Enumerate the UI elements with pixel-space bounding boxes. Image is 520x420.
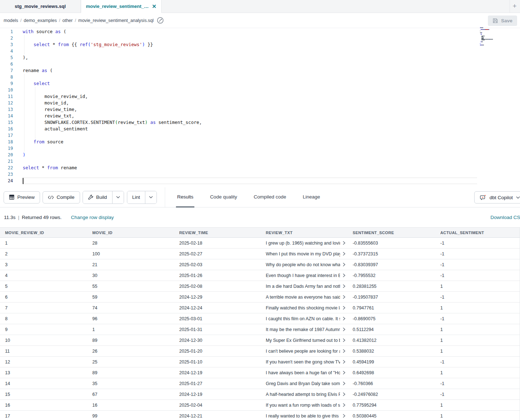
review-text-cell: It may be the remake of 1987 Autumn'… [266, 327, 345, 332]
file-tab[interactable]: stg_movie_reviews.sql [0, 0, 81, 13]
expand-cell-button[interactable] [343, 381, 345, 385]
wrench-icon [88, 195, 93, 200]
results-pane-tab[interactable]: Lineage [302, 187, 321, 207]
expand-cell-button[interactable] [343, 273, 345, 277]
code-line[interactable]: 19 [0, 145, 520, 152]
sql-editor[interactable]: 1with source as (23 select * from {{ ref… [0, 28, 520, 187]
breadcrumb-segment[interactable]: models [4, 18, 18, 23]
code-line[interactable]: 8 [0, 74, 520, 80]
code-line[interactable]: 5), [0, 54, 520, 61]
build-dropdown-button[interactable] [112, 191, 124, 204]
code-line[interactable]: 16 actual_sentiment [0, 126, 520, 132]
table-cell: -1 [435, 313, 520, 324]
code-token: from [47, 165, 58, 170]
code-line[interactable]: 17 [0, 132, 520, 139]
lint-dropdown-button[interactable] [145, 191, 157, 204]
results-pane-tab[interactable]: Code quality [209, 187, 238, 207]
review-text-cell: A terrible movie as everyone has said. … [266, 295, 345, 300]
column-header[interactable]: ACTUAL_SENTIMENT [435, 227, 520, 238]
table-cell: -0.7955532 [348, 270, 435, 281]
review-text-cell: Greg Davis and Bryan Daly take some … [266, 381, 345, 386]
expand-cell-button[interactable] [343, 360, 345, 364]
preview-button[interactable]: Preview [4, 191, 40, 204]
code-line[interactable]: 7rename as ( [0, 67, 520, 74]
column-header[interactable]: REVIEW_TIME [174, 227, 261, 238]
code-line[interactable]: 22select * from rename [0, 165, 520, 171]
expand-cell-button[interactable] [343, 414, 345, 418]
code-line[interactable]: 23 [0, 171, 520, 178]
expand-cell-button[interactable] [343, 241, 345, 245]
line-number: 11 [0, 93, 13, 100]
breadcrumb-segment[interactable]: demo_examples [24, 18, 57, 23]
review-text-cell: I can't believe people are looking for a… [266, 349, 345, 354]
table-cell: 30 [87, 270, 174, 281]
expand-cell-button[interactable] [343, 392, 345, 396]
expand-cell-button[interactable] [343, 284, 345, 288]
table-cell: -1 [435, 389, 520, 400]
table-cell: 5 [0, 281, 87, 292]
code-line[interactable]: 21 [0, 158, 520, 165]
code-brackets-icon [48, 195, 54, 200]
table-cell: 2025-03-01 [174, 313, 261, 324]
compile-button[interactable]: Compile [43, 191, 80, 204]
review-text-cell: I grew up (b. 1965) watching and lovin… [266, 241, 345, 246]
code-line[interactable]: 4 [0, 48, 520, 54]
code-line[interactable]: 2 [0, 35, 520, 41]
column-header[interactable]: MOVIE_REVIEW_ID [0, 227, 87, 238]
table-cell: If you haven't seen the gong show TV s… [261, 357, 348, 367]
code-line[interactable]: 11 movie_review_id, [0, 93, 520, 100]
line-number: 16 [0, 126, 13, 132]
results-pane-tab[interactable]: Compiled code [252, 187, 287, 207]
expand-cell-button[interactable] [343, 252, 345, 256]
code-token: as [55, 29, 61, 34]
column-header[interactable]: MOVIE_ID [87, 227, 174, 238]
expand-cell-button[interactable] [343, 327, 345, 331]
model-health-icon[interactable] [157, 17, 164, 24]
breadcrumb-segment[interactable]: movie_review_sentiment_analysis.sql [78, 18, 154, 23]
new-tab-button[interactable]: + [510, 2, 519, 10]
expand-cell-button[interactable] [343, 403, 345, 407]
table-cell: 2025-01-26 [174, 270, 261, 281]
code-token: movie_id, [23, 100, 69, 106]
expand-cell-button[interactable] [343, 306, 345, 310]
code-line[interactable]: 14 review_txt, [0, 113, 520, 119]
expand-cell-button[interactable] [343, 371, 345, 375]
download-csv-link[interactable]: Download CSV [490, 215, 520, 220]
close-tab-icon[interactable]: ✕ [152, 4, 157, 9]
line-number: 21 [0, 158, 13, 165]
code-line[interactable]: 15 SNOWFLAKE.CORTEX.SENTIMENT(review_txt… [0, 119, 520, 126]
code-line[interactable]: 20) [0, 152, 520, 158]
expand-cell-button[interactable] [343, 263, 345, 267]
expand-cell-button[interactable] [343, 317, 345, 321]
dbt-copilot-button[interactable]: dbt Copilot [474, 191, 520, 204]
code-line[interactable]: 18 from source [0, 139, 520, 145]
code-line[interactable]: 12 movie_id, [0, 100, 520, 106]
editor-minimap[interactable] [480, 27, 507, 47]
code-line[interactable]: 1with source as ( [0, 28, 520, 35]
table-cell: 13 [0, 367, 87, 378]
table-cell: 2024-12-21 [174, 411, 261, 420]
expand-cell-button[interactable] [343, 349, 345, 353]
breadcrumb-segment[interactable]: other [62, 18, 73, 23]
code-line[interactable]: 10 [0, 87, 520, 93]
build-button[interactable]: Build [83, 191, 112, 204]
expand-cell-button[interactable] [343, 338, 345, 342]
minimap-token [482, 32, 482, 33]
table-cell: A terrible movie as everyone has said. … [261, 292, 348, 303]
expand-cell-button[interactable] [343, 295, 345, 299]
code-line[interactable]: 3 select * from {{ ref('stg_movie_review… [0, 41, 520, 48]
code-line[interactable]: 6 [0, 61, 520, 67]
lint-button[interactable]: Lint [127, 191, 145, 204]
table-cell: Why do people who do not know what… [261, 259, 348, 270]
line-number: 5 [0, 54, 13, 61]
file-tab[interactable]: movie_review_sentiment_…✕ [81, 0, 162, 13]
column-header[interactable]: SENTIMENT_SCORE [348, 227, 435, 238]
code-line[interactable]: 13 review_time, [0, 106, 520, 113]
column-header[interactable]: REVIEW_TXT [261, 227, 348, 238]
table-cell: 0.41382012 [348, 335, 435, 346]
code-line[interactable]: 9 select [0, 80, 520, 87]
minimap-token [481, 41, 483, 42]
save-button[interactable]: Save [488, 15, 517, 26]
results-pane-tab[interactable]: Results [176, 187, 194, 207]
change-row-display-link[interactable]: Change row display [71, 215, 114, 220]
